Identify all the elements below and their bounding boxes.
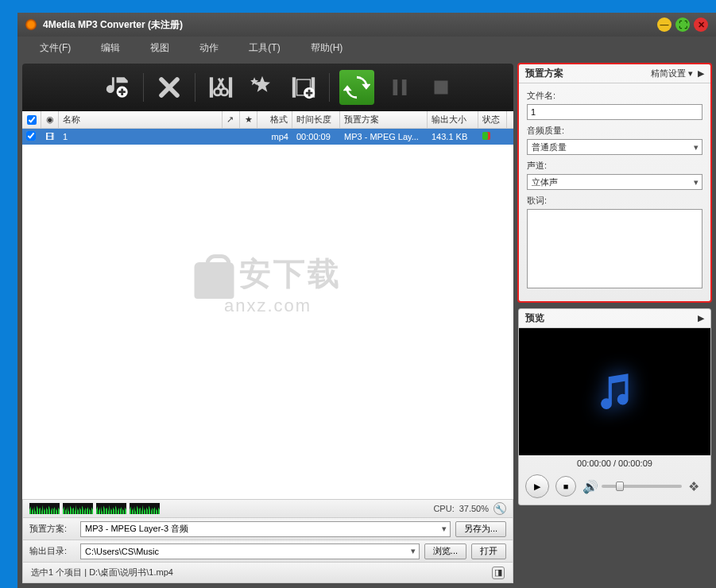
convert-button[interactable] [339,70,374,105]
svg-rect-1 [210,77,213,98]
stop-preview-button[interactable]: ■ [555,476,576,497]
effects-button[interactable] [246,72,278,103]
clip-button[interactable] [205,72,237,103]
preview-title: 预览 [525,311,544,325]
col-size[interactable]: 输出大小 [428,111,478,128]
profile-row: 预置方案: MP3 - MPEG Layer-3 音频 另存为... [22,518,513,540]
svg-rect-10 [402,79,407,95]
toggle-panel-button[interactable]: ◨ [492,567,505,579]
col-duration[interactable]: 时间长度 [292,111,340,128]
status-text: 选中1 个项目 | D:\桌面\说明书\1.mp4 [31,567,173,578]
col-profile[interactable]: 预置方案 [340,111,428,128]
add-profile-button[interactable] [288,72,319,103]
menubar: 文件(F) 编辑 视图 动作 工具(T) 帮助(H) [17,37,716,59]
menu-view[interactable]: 视图 [150,41,169,55]
list-row[interactable]: 🎞 1 mp4 00:00:09 MP3 - MPEG Lay... 143.1… [22,129,513,145]
filename-input[interactable] [527,104,702,120]
row-status-icon [478,132,507,141]
menu-file[interactable]: 文件(F) [40,41,71,55]
col-status[interactable]: 状态 [478,111,507,128]
row-format: mp4 [257,132,292,141]
col-checkall[interactable] [22,111,41,128]
svg-point-4 [221,88,228,95]
cpu-value: 37.50% [459,504,489,513]
menu-edit[interactable]: 编辑 [101,41,120,55]
preset-title: 预置方案 [525,67,563,80]
preset-panel: 预置方案 精简设置▾ ▶ 文件名: 音频质量: 普通质量 声道: 立体声 歌词: [518,64,711,302]
file-list[interactable]: 🎞 1 mp4 00:00:09 MP3 - MPEG Lay... 143.1… [22,129,513,499]
toolbar-divider [195,73,195,102]
lyric-label: 歌词: [527,195,702,207]
profile-combo[interactable]: MP3 - MPEG Layer-3 音频 [80,521,451,537]
col-star[interactable]: ★ [240,111,257,128]
music-note-icon [591,370,639,414]
stop-button[interactable] [425,72,457,103]
svg-rect-11 [435,81,448,95]
app-window: 4Media MP3 Converter (未注册) — ⛶ ✕ 文件(F) 编… [17,13,716,588]
toolbar-divider [329,73,330,102]
preview-expand-button[interactable]: ▶ [698,313,704,323]
menu-help[interactable]: 帮助(H) [311,41,343,55]
cpu-bar: CPU:37.50% 🔧 [22,499,513,518]
toolbar-divider [143,73,144,102]
output-row: 输出目录: C:\Users\CS\Music 浏览... 打开 [22,540,513,563]
volume-slider[interactable] [602,485,682,488]
svg-rect-9 [393,79,398,95]
svg-rect-2 [229,77,232,98]
list-header: ◉ 名称 ↗ ★ 格式 时间长度 预置方案 输出大小 状态 [22,111,513,129]
filename-label: 文件名: [527,90,702,102]
menu-tools[interactable]: 工具(T) [249,41,280,55]
saveas-button[interactable]: 另存为... [455,521,506,537]
maximize-button[interactable]: ⛶ [675,17,690,32]
close-button[interactable]: ✕ [694,17,708,32]
add-file-button[interactable] [102,72,134,103]
video-icon: 🎞 [41,132,59,141]
preview-screen[interactable] [519,328,710,455]
pause-button[interactable] [384,72,416,103]
col-sort[interactable]: ↗ [223,111,240,128]
lyric-textarea[interactable] [527,209,702,288]
svg-rect-5 [292,77,296,98]
quality-combo[interactable]: 普通质量 [527,139,702,155]
snapshot-button[interactable]: ❖ [688,479,704,493]
window-title: 4Media MP3 Converter (未注册) [43,18,183,32]
col-name[interactable]: 名称 [59,111,223,128]
profile-label: 预置方案: [29,523,75,535]
col-format[interactable]: 格式 [257,111,292,128]
titlebar[interactable]: 4Media MP3 Converter (未注册) — ⛶ ✕ [17,13,716,37]
cpu-settings-button[interactable]: 🔧 [493,502,506,515]
output-label: 输出目录: [29,545,75,557]
volume-icon[interactable]: 🔊 [582,479,598,494]
main-pane: ◉ 名称 ↗ ★ 格式 时间长度 预置方案 输出大小 状态 🎞 1 mp4 00… [17,59,518,588]
watermark: 安下载 anxz.com [195,252,342,317]
row-checkbox[interactable] [26,131,36,141]
channel-label: 声道: [527,160,702,172]
statusbar: 选中1 个项目 | D:\桌面\说明书\1.mp4 ◨ [22,563,513,583]
toolbar [22,64,513,111]
cpu-waveform [29,503,160,514]
row-duration: 00:00:09 [292,132,340,141]
quality-label: 音频质量: [527,125,702,137]
open-button[interactable]: 打开 [471,544,506,559]
channel-combo[interactable]: 立体声 [527,174,702,190]
cpu-label: CPU: [433,504,454,513]
minimize-button[interactable]: — [657,17,671,32]
col-playstate[interactable]: ◉ [41,111,59,128]
row-profile: MP3 - MPEG Lay... [340,132,428,141]
delete-button[interactable] [153,72,185,103]
play-button[interactable]: ▶ [525,474,549,498]
preview-controls: ▶ ■ 🔊 ❖ [519,471,710,505]
row-name: 1 [59,132,223,141]
output-combo[interactable]: C:\Users\CS\Music [80,544,420,559]
preset-mode-toggle[interactable]: 精简设置▾ ▶ [651,68,704,79]
app-icon [25,19,37,30]
menu-action[interactable]: 动作 [199,41,219,55]
side-pane: 预置方案 精简设置▾ ▶ 文件名: 音频质量: 普通质量 声道: 立体声 歌词:… [518,59,716,588]
preview-timecode: 00:00:00 / 00:00:09 [519,455,710,471]
browse-button[interactable]: 浏览... [424,544,466,559]
row-size: 143.1 KB [428,132,478,141]
preview-panel: 预览 ▶ 00:00:00 / 00:00:09 ▶ ■ 🔊 ❖ [518,308,711,505]
